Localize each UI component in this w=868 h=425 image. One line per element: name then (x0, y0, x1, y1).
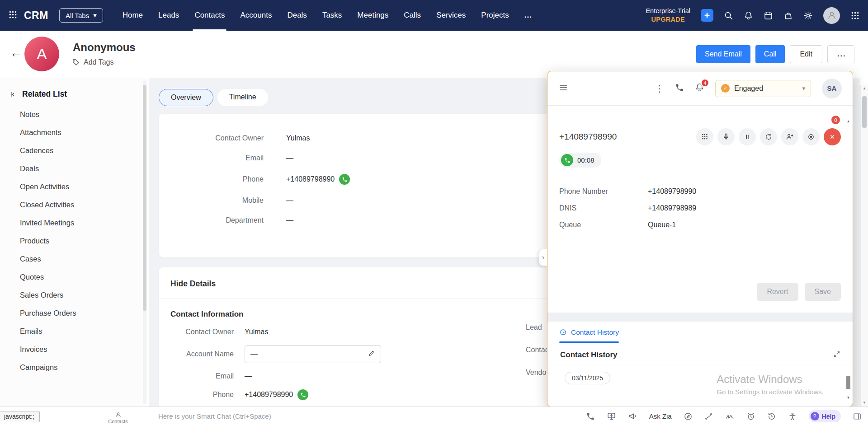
marketplace-icon[interactable] (783, 11, 793, 20)
save-button[interactable]: Save (805, 283, 841, 301)
nav-item-meetings[interactable]: Meetings (349, 0, 396, 31)
sidebar-item-emails[interactable]: Emails (0, 322, 148, 340)
sidebar-item-open-activities[interactable]: Open Activities (0, 177, 148, 196)
compose-note-icon[interactable] (684, 412, 693, 421)
end-call-button[interactable]: × (824, 128, 841, 145)
record-call-icon[interactable] (802, 128, 820, 145)
reminders-alarm-icon[interactable] (746, 412, 755, 421)
apps-grid-icon[interactable] (850, 11, 860, 20)
sidebar-item-notes[interactable]: Notes (0, 105, 148, 123)
dialer-phone-icon[interactable] (675, 83, 684, 94)
nav-item-projects[interactable]: Projects (473, 0, 516, 31)
ask-zia-button[interactable]: Ask Zia (649, 412, 672, 420)
sidebar-item-products[interactable]: Products (0, 232, 148, 250)
all-tabs-dropdown[interactable]: All Tabs ▾ (59, 8, 103, 23)
click-to-call-icon[interactable] (297, 389, 308, 400)
account-name-field[interactable]: — (245, 345, 381, 363)
softphone-scrollbar-thumb[interactable] (846, 376, 850, 389)
upgrade-link[interactable]: UPGRADE (646, 15, 690, 24)
user-avatar[interactable] (823, 7, 840, 24)
screen-share-icon[interactable] (607, 411, 616, 421)
history-icon[interactable] (767, 412, 776, 421)
nav-item-home[interactable]: Home (115, 0, 151, 31)
sidebar-item-attachments[interactable]: Attachments (0, 123, 148, 141)
notifications-bell-icon[interactable] (744, 11, 753, 20)
nav-item-calls[interactable]: Calls (396, 0, 429, 31)
softphone-scrollbar[interactable]: ▲ ▼ (845, 118, 851, 401)
click-to-call-icon[interactable] (339, 174, 350, 185)
sidebar-scrollbar[interactable] (143, 80, 146, 404)
announcement-icon[interactable] (628, 411, 637, 421)
dialpad-icon[interactable] (696, 128, 713, 145)
menu-hamburger-icon[interactable] (558, 83, 568, 94)
tab-contact-history[interactable]: Contact History (559, 322, 619, 343)
scroll-down-arrow[interactable]: ▼ (861, 399, 868, 406)
signature-zia-icon[interactable] (725, 411, 735, 421)
related-list-title: Related List (22, 89, 67, 99)
agent-avatar[interactable]: SA (822, 79, 842, 98)
sidebar-item-invoices[interactable]: Invoices (0, 340, 148, 358)
sidebar-item-campaigns[interactable]: Campaigns (0, 358, 148, 376)
softphone-bell-icon[interactable]: 4 (695, 83, 704, 94)
edit-pencil-icon[interactable] (368, 350, 375, 359)
swap-refresh-icon[interactable] (760, 128, 777, 145)
field-row: DNIS +14089798989 (559, 200, 841, 216)
page-scrollbar[interactable]: ▲ ▼ (860, 85, 868, 406)
help-button[interactable]: ? Help (809, 410, 841, 422)
tab-overview[interactable]: Overview (159, 89, 213, 106)
sidebar-item-cases[interactable]: Cases (0, 250, 148, 268)
agent-status-dropdown[interactable]: ✓ Engaged ▾ (715, 80, 811, 97)
nav-item-tasks[interactable]: Tasks (315, 0, 349, 31)
sidebar-item-invited-meetings[interactable]: Invited Meetings (0, 214, 148, 232)
accessibility-icon[interactable] (788, 412, 797, 421)
mute-mic-icon[interactable] (717, 128, 735, 145)
collapse-sidebar-icon[interactable] (9, 90, 17, 98)
search-icon[interactable] (724, 11, 733, 20)
scroll-down-arrow[interactable]: ▼ (845, 395, 851, 401)
quick-create-button[interactable]: + (701, 9, 713, 22)
field-label: Department (159, 216, 264, 224)
more-actions-button[interactable]: ... (827, 45, 854, 63)
call-controls: × (696, 128, 841, 145)
calendar-icon[interactable] (764, 11, 773, 20)
kebab-menu-icon[interactable]: ⋮ (655, 83, 664, 94)
sidebar-item-deals[interactable]: Deals (0, 159, 148, 177)
scroll-up-arrow[interactable]: ▲ (861, 85, 868, 92)
sidebar-item-closed-activities[interactable]: Closed Activities (0, 196, 148, 214)
app-launcher-icon[interactable] (8, 10, 18, 21)
sidebar-item-quotes[interactable]: Quotes (0, 268, 148, 286)
nav-more-button[interactable]: ... (517, 0, 540, 31)
add-tags-button[interactable]: Add Tags (72, 58, 113, 66)
transfer-call-icon[interactable] (781, 128, 798, 145)
call-button[interactable]: Call (755, 45, 785, 63)
sidebar-item-purchase-orders[interactable]: Purchase Orders (0, 304, 148, 322)
hold-pause-icon[interactable] (739, 128, 756, 145)
softphone-collapse-handle[interactable]: › (539, 249, 547, 266)
settings-gear-icon[interactable] (803, 11, 813, 20)
call-tool-icon[interactable] (586, 412, 595, 421)
nav-item-accounts[interactable]: Accounts (232, 0, 279, 31)
nav-item-contacts[interactable]: Contacts (187, 0, 232, 31)
contact-history-card: Contact History Contact History 03/11/20… (547, 322, 853, 407)
scroll-up-arrow[interactable]: ▲ (845, 118, 851, 125)
call-duration: 00:08 (577, 156, 594, 164)
send-email-button[interactable]: Send Email (696, 45, 750, 63)
nav-item-services[interactable]: Services (429, 0, 473, 31)
route-tool-icon[interactable] (704, 412, 713, 421)
sidebar-item-cadences[interactable]: Cadences (0, 141, 148, 159)
revert-button[interactable]: Revert (757, 283, 798, 301)
sidebar-scrollbar-thumb[interactable] (143, 85, 146, 311)
field-value: — (245, 345, 381, 363)
sidebar-item-sales-orders[interactable]: Sales Orders (0, 286, 148, 304)
nav-item-leads[interactable]: Leads (151, 0, 187, 31)
back-button[interactable]: ← (10, 46, 22, 60)
nav-item-deals[interactable]: Deals (279, 0, 314, 31)
edit-button[interactable]: Edit (790, 45, 822, 63)
expand-icon[interactable] (833, 350, 841, 360)
smart-chat-hint[interactable]: Here is your Smart Chat (Ctrl+Space) (158, 412, 271, 420)
page-scrollbar-thumb[interactable] (862, 96, 867, 128)
person-icon (115, 411, 122, 418)
side-panel-icon[interactable] (853, 412, 862, 421)
tab-timeline[interactable]: Timeline (217, 89, 268, 106)
docked-tab-contacts[interactable]: Contacts (102, 411, 134, 424)
